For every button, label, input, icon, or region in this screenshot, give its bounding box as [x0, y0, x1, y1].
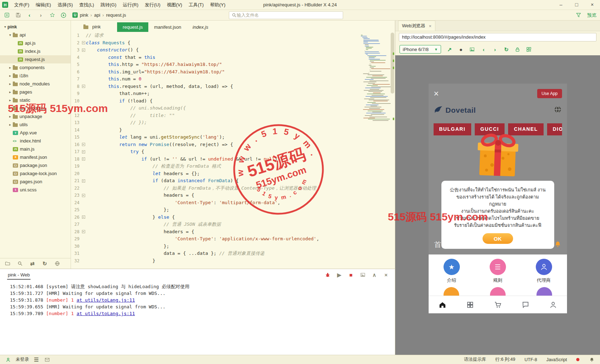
code-line[interactable]: 27 // 普通 JSON 或表单数据	[71, 221, 395, 228]
filter-icon[interactable]	[575, 12, 582, 18]
shortcut-item[interactable]: ★介绍	[444, 259, 460, 284]
code-line[interactable]: 28 headers = {	[71, 228, 395, 236]
popup-close-icon[interactable]: ✕	[434, 90, 439, 98]
code-line[interactable]: 10 if (!load) {	[71, 97, 395, 105]
tree-item[interactable]: JSindex.js	[0, 47, 71, 55]
compare-icon[interactable]: ⇄	[29, 261, 35, 267]
tree-item[interactable]: JSmain.js	[0, 145, 71, 153]
statusbar-item[interactable]: JavaScript	[546, 357, 567, 362]
new-window-icon[interactable]	[4, 12, 10, 18]
editor-scrollbar[interactable]	[391, 32, 394, 269]
tree-item[interactable]: ▸node_modules	[0, 80, 71, 88]
statusbar-item[interactable]: 语法提示库	[464, 357, 486, 363]
close-icon[interactable]: ×	[383, 271, 389, 278]
tree-item[interactable]: ▸static	[0, 96, 71, 104]
tree-item[interactable]: JSapi.js	[0, 39, 71, 47]
code-line[interactable]: 4 const that = this	[71, 54, 395, 61]
run-icon[interactable]	[60, 12, 67, 18]
code-line[interactable]: 25 };	[71, 206, 395, 214]
tree-item[interactable]: JSrequest.js	[0, 55, 71, 63]
back-icon[interactable]: ‹	[480, 46, 487, 52]
tree-item[interactable]: ▾pink	[0, 23, 71, 31]
minimize-icon[interactable]: –	[553, 0, 569, 10]
statusbar-item[interactable]: UTF-8	[524, 357, 537, 362]
refresh-icon[interactable]: ↻	[42, 261, 48, 267]
language-globe-icon[interactable]	[554, 105, 562, 115]
code-line[interactable]: 9 that.num++;	[71, 90, 395, 97]
maximize-icon[interactable]: □	[569, 0, 584, 10]
tree-item[interactable]: ▸uni_modules	[0, 104, 71, 112]
editor-tab[interactable]: index.js	[187, 22, 214, 32]
search-icon[interactable]	[17, 261, 23, 267]
code-line[interactable]: 18 if (url != '' && url != undefined && …	[71, 156, 395, 163]
shortcut-item[interactable]: 代理商	[536, 259, 552, 284]
code-line[interactable]: 20 let headers = {};	[71, 170, 395, 178]
forward-icon[interactable]: ›	[38, 12, 44, 18]
log-link[interactable]: at utils/toLang.js:11	[77, 311, 135, 316]
code-editor[interactable]: 1// 请求2class Requests {3 constructor() {…	[71, 32, 395, 269]
login-status[interactable]: 未登录	[16, 357, 29, 363]
code-line[interactable]: 1// 请求	[71, 32, 395, 39]
fold-icon[interactable]	[82, 230, 85, 233]
grid-icon[interactable]	[466, 300, 475, 309]
code-line[interactable]: 17 try {	[71, 148, 395, 156]
menu-item[interactable]: 文件(F)	[11, 0, 33, 10]
image-icon[interactable]	[469, 46, 475, 52]
record-dot-icon[interactable]	[576, 358, 579, 361]
editor-tab[interactable]: request.js	[117, 22, 148, 32]
menu-item[interactable]: 跳转(G)	[97, 0, 120, 10]
menu-item[interactable]: 工具(T)	[185, 0, 207, 10]
home-icon[interactable]	[438, 300, 447, 309]
log-link[interactable]: at utils/toLang.js:11	[77, 297, 135, 303]
menu-item[interactable]: 查找(L)	[76, 0, 97, 10]
shortcut-item[interactable]: ☰规则	[490, 259, 506, 284]
fold-icon[interactable]	[82, 157, 85, 161]
code-line[interactable]: 7 this.num = 0	[71, 75, 395, 83]
menu-item[interactable]: 发行(U)	[142, 0, 164, 10]
tree-item[interactable]: Mmanifest.json	[0, 153, 71, 161]
breadcrumb-item[interactable]: api	[94, 12, 100, 18]
tree-item[interactable]: ▸i18n	[0, 72, 71, 80]
code-line[interactable]: 5 this.http = "https://647.haiwaiym18.to…	[71, 61, 395, 68]
code-line[interactable]: 11 // uni.showLoading({	[71, 105, 395, 112]
folder-icon[interactable]	[4, 261, 11, 267]
lock-icon[interactable]	[514, 46, 521, 52]
tree-item[interactable]: <>index.html	[0, 137, 71, 145]
code-area[interactable]: 1// 请求2class Requests {3 constructor() {…	[71, 32, 395, 264]
tree-item[interactable]: {}package.json	[0, 161, 71, 169]
account-icon[interactable]	[5, 357, 11, 363]
stop-icon[interactable]: ■	[348, 271, 354, 278]
menu-item[interactable]: 帮助(Y)	[207, 0, 229, 10]
code-line[interactable]: 26 } else {	[71, 214, 395, 221]
preview-button[interactable]: 预览	[587, 12, 596, 18]
editor-tab[interactable]: manifest.json	[148, 22, 187, 32]
tree-item[interactable]: VApp.vue	[0, 129, 71, 137]
chat-icon[interactable]	[521, 300, 530, 309]
bell-icon[interactable]	[554, 241, 561, 249]
code-line[interactable]: 16 return new Promise((resolve, reject) …	[71, 141, 395, 149]
notification-bell-icon[interactable]	[589, 357, 595, 363]
forward-icon[interactable]: ›	[492, 46, 498, 52]
devtools-icon[interactable]: ●	[458, 46, 464, 52]
fold-icon[interactable]	[82, 41, 85, 44]
code-line[interactable]: 29 'Content-Type': 'application/x-www-fo…	[71, 235, 395, 243]
console-tab[interactable]: pink - Web	[7, 270, 31, 280]
code-line[interactable]: 12 // title: ""	[71, 112, 395, 119]
save-icon[interactable]	[15, 12, 21, 18]
minimap[interactable]	[361, 35, 389, 121]
code-line[interactable]: 21 if (data instanceof FormData) {	[71, 177, 395, 185]
code-line[interactable]: 6 this.img_url="https://647.haiwaiym18.t…	[71, 68, 395, 76]
tree-item[interactable]: ▸unpackage	[0, 112, 71, 121]
close-icon[interactable]: ×	[584, 0, 600, 10]
code-line[interactable]: 19 // 检查是否为 FormData 格式	[71, 163, 395, 170]
back-icon[interactable]: ‹	[26, 12, 33, 18]
fold-icon[interactable]	[82, 179, 85, 183]
refresh-icon[interactable]: ↻	[503, 46, 510, 52]
code-line[interactable]: 30 };	[71, 243, 395, 250]
code-line[interactable]: 15 let lang = uni.getStorageSync('lang')…	[71, 134, 395, 141]
fold-icon[interactable]	[82, 85, 85, 88]
shortcut-circle[interactable]	[444, 287, 459, 296]
tree-item[interactable]: ▸components	[0, 63, 71, 72]
statusbar-item[interactable]: 行:6 列:49	[495, 357, 515, 363]
code-line[interactable]: 32 }	[71, 257, 395, 265]
